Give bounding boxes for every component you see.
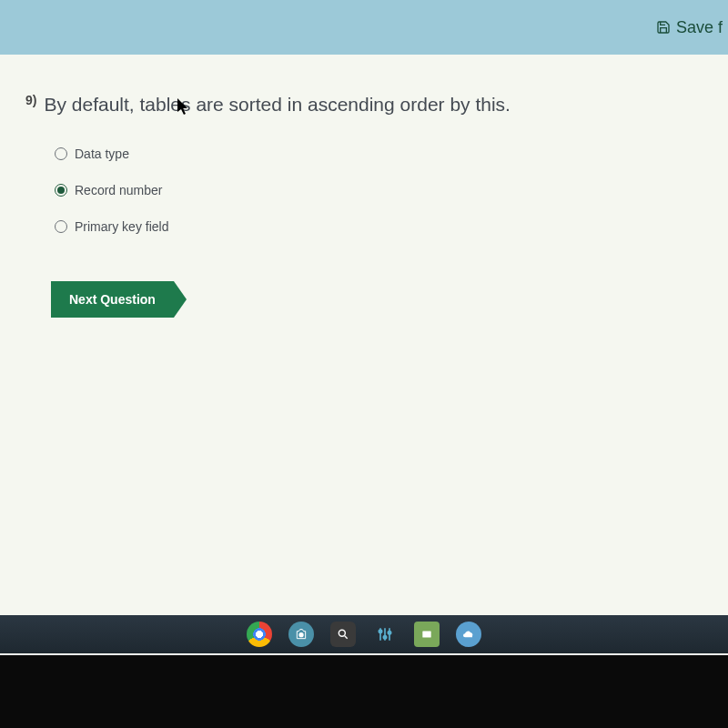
cloud-icon[interactable] [456, 622, 481, 647]
option-primary-key-field[interactable]: Primary key field [55, 219, 710, 234]
option-label: Record number [75, 183, 163, 197]
save-label: Save f [676, 18, 723, 37]
question-content: 9) By default, tables are sorted in asce… [0, 55, 728, 336]
next-question-button[interactable]: Next Question [51, 281, 174, 318]
options-list: Data type Record number Primary key fiel… [55, 147, 710, 234]
svg-point-6 [379, 630, 381, 632]
svg-point-8 [388, 632, 390, 634]
radio-unchecked-icon [55, 147, 67, 160]
files-icon[interactable] [414, 622, 440, 647]
option-record-number[interactable]: Record number [55, 183, 710, 197]
settings-icon[interactable] [372, 622, 398, 647]
option-label: Data type [75, 147, 129, 161]
radio-checked-icon [55, 184, 67, 197]
question-number: 9) [25, 93, 36, 107]
top-toolbar: Save f [0, 0, 728, 55]
radio-unchecked-icon [55, 220, 67, 233]
camera-icon[interactable] [288, 622, 314, 647]
chrome-icon[interactable] [247, 622, 272, 647]
monitor-bezel [0, 655, 728, 728]
next-button-label: Next Question [69, 292, 156, 307]
save-icon [656, 20, 671, 35]
option-label: Primary key field [75, 219, 168, 234]
option-data-type[interactable]: Data type [55, 147, 710, 161]
svg-point-7 [383, 636, 386, 639]
svg-rect-9 [422, 632, 430, 638]
search-icon[interactable] [330, 622, 356, 647]
os-taskbar [0, 615, 728, 653]
question-text: By default, tables are sorted in ascendi… [44, 91, 510, 117]
save-button[interactable]: Save f [656, 18, 728, 37]
svg-line-2 [345, 636, 348, 639]
app-screen: Save f 9) By default, tables are sorted … [0, 0, 728, 655]
question-row: 9) By default, tables are sorted in asce… [25, 91, 710, 117]
svg-point-1 [339, 630, 345, 636]
svg-point-0 [298, 632, 303, 637]
